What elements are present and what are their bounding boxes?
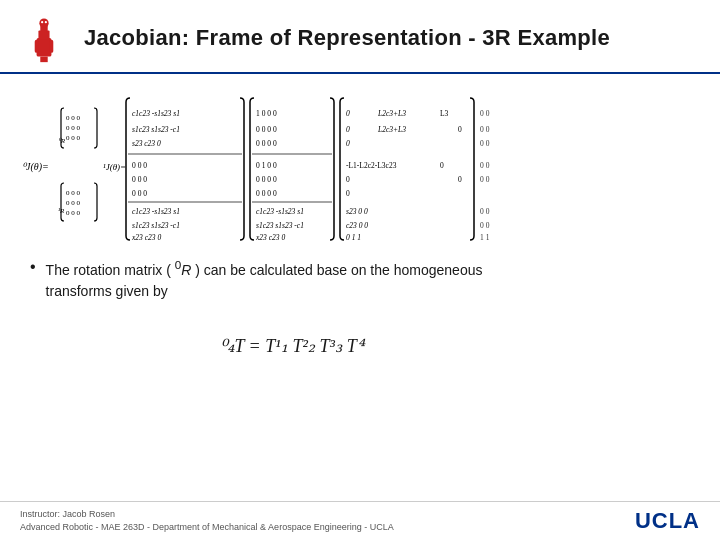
svg-text:s1c23  s1s23  -c1: s1c23 s1s23 -c1 — [132, 221, 180, 230]
svg-rect-4 — [50, 40, 54, 53]
robot-icon — [20, 12, 68, 64]
svg-text:0  0  0  0: 0 0 0 0 — [256, 139, 277, 148]
footer-text-block: Instructor: Jacob Rosen Advanced Robotic… — [20, 508, 394, 533]
svg-text:x23    c23   0: x23 c23 0 — [255, 233, 285, 242]
svg-rect-5 — [40, 57, 44, 63]
svg-text:0  0  0: 0 0 0 — [132, 175, 147, 184]
svg-text:0    0: 0 0 — [480, 139, 490, 148]
main-content: ⁰J(θ)= ⁰R 0 0 0 0 0 0 0 0 0 ¹R 0 0 0 0 0… — [0, 74, 720, 378]
instructor-label: Instructor: Jacob Rosen — [20, 508, 394, 521]
course-label: Advanced Robotic - MAE 263D - Department… — [20, 521, 394, 534]
svg-text:0  0  0  0: 0 0 0 0 — [256, 175, 277, 184]
svg-text:0  0  0  0: 0 0 0 0 — [256, 189, 277, 198]
svg-text:-L1-L2c2-L3c23: -L1-L2c2-L3c23 — [346, 161, 397, 170]
svg-text:0: 0 — [458, 125, 462, 134]
svg-text:0  0  0: 0 0 0 — [66, 124, 81, 132]
bullet-text: The rotation matrix ( 0R ) can be calcul… — [46, 256, 483, 302]
svg-text:0    0: 0 0 — [480, 207, 490, 216]
formula-svg: ⁰₄T = T¹₁ T²₂ T³₃ T⁴ — [210, 320, 510, 375]
svg-text:0  0  0: 0 0 0 — [66, 189, 81, 197]
svg-text:0: 0 — [346, 125, 350, 134]
svg-text:0  0  0: 0 0 0 — [66, 134, 81, 142]
svg-text:s1c23  s1s23  -c1: s1c23 s1s23 -c1 — [132, 125, 180, 134]
svg-text:x23    c23    0: x23 c23 0 — [131, 233, 161, 242]
ucla-logo: UCLA — [635, 508, 700, 534]
svg-text:0: 0 — [346, 109, 350, 118]
svg-rect-3 — [35, 40, 39, 53]
footer: Instructor: Jacob Rosen Advanced Robotic… — [0, 501, 720, 540]
svg-point-8 — [41, 21, 43, 23]
svg-text:s23    c23    0: s23 c23 0 — [132, 139, 161, 148]
svg-text:0    0: 0 0 — [480, 175, 490, 184]
svg-point-7 — [39, 19, 48, 28]
svg-text:¹J(θ)=: ¹J(θ)= — [103, 162, 126, 172]
svg-rect-6 — [44, 57, 48, 63]
header: Jacobian: Frame of Representation - 3R E… — [0, 0, 720, 74]
svg-text:L3: L3 — [440, 109, 449, 118]
svg-text:0  0  0: 0 0 0 — [132, 161, 147, 170]
slide: Jacobian: Frame of Representation - 3R E… — [0, 0, 720, 540]
svg-text:0    0: 0 0 — [480, 125, 490, 134]
svg-text:0  0  0: 0 0 0 — [132, 189, 147, 198]
page-title: Jacobian: Frame of Representation - 3R E… — [84, 25, 610, 51]
svg-text:0    0: 0 0 — [480, 161, 490, 170]
svg-text:c23     0     0: c23 0 0 — [346, 221, 368, 230]
svg-text:0    0: 0 0 — [480, 221, 490, 230]
svg-point-9 — [45, 21, 47, 23]
bullet-marker: • — [30, 258, 36, 276]
matrix-r-symbol: R — [181, 262, 195, 278]
svg-text:c1c23 -s1s23  s1: c1c23 -s1s23 s1 — [132, 207, 180, 216]
svg-text:0: 0 — [458, 175, 462, 184]
svg-text:0  0  0  0: 0 0 0 0 — [256, 125, 277, 134]
svg-text:s1c23  s1s23 -c1: s1c23 s1s23 -c1 — [256, 221, 304, 230]
svg-text:0: 0 — [440, 161, 444, 170]
svg-text:1  0  0  0: 1 0 0 0 — [256, 109, 277, 118]
svg-text:0      1     1: 0 1 1 — [346, 233, 361, 242]
jacobian-matrices-svg: ⁰J(θ)= ⁰R 0 0 0 0 0 0 0 0 0 ¹R 0 0 0 0 0… — [20, 88, 700, 248]
bullet-point: • The rotation matrix ( 0R ) can be calc… — [20, 256, 700, 302]
formula-area: ⁰₄T = T¹₁ T²₂ T³₃ T⁴ — [20, 318, 700, 378]
svg-text:⁰R: ⁰R — [58, 137, 66, 145]
svg-text:0  1  0  0: 0 1 0 0 — [256, 161, 277, 170]
svg-text:c1c23 -s1s23 s1: c1c23 -s1s23 s1 — [256, 207, 304, 216]
svg-text:c1c23  -s1s23  s1: c1c23 -s1s23 s1 — [132, 109, 180, 118]
svg-text:s23     0     0: s23 0 0 — [346, 207, 368, 216]
svg-text:0  0  0: 0 0 0 — [66, 209, 81, 217]
matrix-diagram: ⁰J(θ)= ⁰R 0 0 0 0 0 0 0 0 0 ¹R 0 0 0 0 0… — [20, 88, 700, 248]
svg-text:L2c3+L3: L2c3+L3 — [377, 125, 406, 134]
svg-text:0  0  0: 0 0 0 — [66, 199, 81, 207]
svg-text:0: 0 — [346, 139, 350, 148]
svg-text:L2c3+L3: L2c3+L3 — [377, 109, 406, 118]
svg-text:0: 0 — [346, 175, 350, 184]
svg-rect-0 — [37, 38, 52, 57]
svg-text:0  0  0: 0 0 0 — [66, 114, 81, 122]
svg-text:⁰J(θ)=: ⁰J(θ)= — [22, 161, 49, 173]
svg-text:⁰₄T = T¹₁ T²₂ T³₃ T⁴: ⁰₄T = T¹₁ T²₂ T³₃ T⁴ — [220, 336, 366, 356]
svg-text:0    0: 0 0 — [480, 109, 490, 118]
svg-text:0: 0 — [346, 189, 350, 198]
svg-text:1    1: 1 1 — [480, 233, 490, 242]
